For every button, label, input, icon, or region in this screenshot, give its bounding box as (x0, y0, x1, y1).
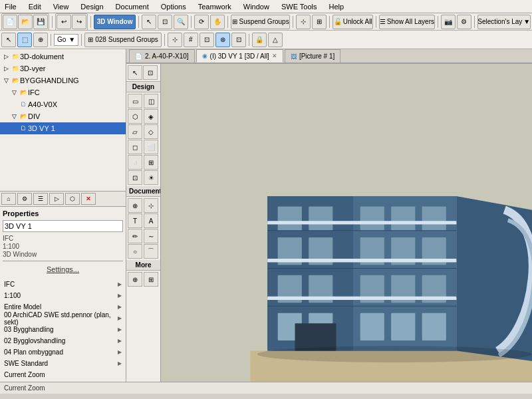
go-dropdown[interactable]: Go ▼ (54, 34, 78, 46)
zoom-btn[interactable]: 🔍 (174, 15, 188, 29)
tb2-btn3[interactable]: ⊕ (33, 33, 48, 47)
menu-file[interactable]: File (3, 1, 19, 12)
pan-btn[interactable]: ✋ (210, 15, 225, 29)
3dwindow-btn[interactable]: 3D Window (94, 15, 136, 29)
dtool-7[interactable]: ◻ (128, 140, 142, 154)
tree-item-a40v0x[interactable]: 🗋 A40-V0X (0, 98, 126, 110)
selection-btn[interactable]: Selection's Lay ▼ (477, 15, 531, 29)
menu-help[interactable]: Help (327, 1, 346, 12)
nav-settings-btn[interactable]: ⚙ (17, 193, 32, 205)
dtool-12[interactable]: ☀ (144, 170, 158, 185)
dtool-1[interactable]: ▭ (128, 94, 142, 108)
menu-options[interactable]: Options (159, 1, 188, 12)
dtool-8[interactable]: ⬜ (144, 140, 158, 154)
viewcat-plan[interactable]: 04 Plan ombyggnad ▶ (0, 346, 126, 358)
props-name-input[interactable] (3, 220, 123, 232)
design-section-title: Design (126, 82, 160, 92)
save-btn[interactable]: 💾 (33, 15, 48, 29)
dtool-4[interactable]: ◈ (144, 109, 158, 124)
moretool-2[interactable]: ⊞ (144, 272, 158, 287)
viewcat-pennor[interactable]: 00 ArchiCAD SWE std.pennor (plan, sekt) … (0, 313, 126, 324)
redo-btn[interactable]: ↪ (72, 15, 86, 29)
win-r1-3 (422, 313, 446, 340)
new-btn[interactable]: 📄 (3, 15, 17, 29)
menu-view[interactable]: View (51, 1, 71, 12)
unlock-btn[interactable]: 🔓 Unlock All (332, 15, 373, 29)
tool-marquee[interactable]: ⊡ (143, 65, 158, 80)
undo-btn[interactable]: ↩ (57, 15, 71, 29)
selection-label: Selection's Lay (477, 18, 522, 25)
doctool-2[interactable]: ⊹ (144, 198, 158, 213)
rotate-btn[interactable]: ⟳ (194, 15, 209, 29)
nav-add-btn[interactable]: ▷ (49, 193, 64, 205)
tree-item-3dvyer[interactable]: ▷ 📁 3D-vyer (0, 63, 126, 74)
tb2-snap5[interactable]: ⊡ (231, 33, 246, 47)
menu-document[interactable]: Document (114, 1, 151, 12)
viewcat-zoom[interactable]: Current Zoom (0, 369, 126, 380)
doctool-3[interactable]: T (128, 213, 142, 228)
viewcat-scale[interactable]: 1:100 ▶ (0, 290, 126, 301)
tree-item-3dvy1[interactable]: 🗋 3D VY 1 (0, 122, 126, 134)
tb2-lock1[interactable]: 🔒 (252, 33, 267, 47)
select-btn[interactable]: ↖ (142, 15, 156, 29)
tb2-snap2[interactable]: # (184, 33, 198, 47)
dtool-5[interactable]: ▱ (128, 124, 142, 139)
menu-edit[interactable]: Edit (27, 1, 43, 12)
open-btn[interactable]: 📂 (18, 15, 33, 29)
navigator-tree[interactable]: ▷ 📁 3D-dokument ▷ 📁 3D-vyer ▽ 📂 BYGGHAND… (0, 49, 126, 192)
viewcat-bygglov[interactable]: 02 Bygglovshandling ▶ (0, 335, 126, 346)
3d-viewport[interactable] (161, 64, 532, 382)
snap-btn[interactable]: ⊹ (296, 15, 311, 29)
suspend-groups-btn2[interactable]: ⊞ 028 Suspend Groups (84, 33, 162, 47)
tb2-btn2[interactable]: ⬚ (17, 33, 32, 47)
tree-item-bygghandling[interactable]: ▽ 📂 BYGGHANDLING (0, 74, 126, 86)
tb2-snap3[interactable]: ⊡ (200, 33, 214, 47)
props-settings-btn[interactable]: Settings... (3, 264, 123, 275)
doctool-1[interactable]: ⊕ (128, 198, 142, 213)
doctool-4[interactable]: A (144, 213, 158, 228)
dtool-2[interactable]: ◫ (144, 94, 158, 108)
menu-swetools[interactable]: SWE Tools (279, 1, 319, 12)
menu-design[interactable]: Design (78, 1, 105, 12)
tab-close-1[interactable]: ✕ (272, 53, 277, 59)
menu-window[interactable]: Window (241, 1, 271, 12)
tb2-btn1[interactable]: ↖ (1, 33, 16, 47)
render-btn[interactable]: ⚙ (457, 15, 471, 29)
marquee-btn[interactable]: ⊡ (158, 15, 172, 29)
tab-1[interactable]: ◉ (I) 3D VY 1 [3D / All] ✕ (196, 49, 283, 63)
tab-0[interactable]: 📄 2. A-40-P-X10] (129, 49, 195, 63)
doctool-7[interactable]: ○ (128, 244, 142, 259)
tree-item-3ddokument[interactable]: ▷ 📁 3D-dokument (0, 51, 126, 63)
viewcat-bygghandling[interactable]: 03 Bygghandling ▶ (0, 324, 126, 335)
camera-btn[interactable]: 📷 (441, 15, 456, 29)
dtool-11[interactable]: ⊡ (128, 170, 142, 185)
right-panel: 📄 2. A-40-P-X10] ◉ (I) 3D VY 1 [3D / All… (126, 49, 532, 382)
tab-2[interactable]: 🖼 [Picture # 1] (285, 49, 340, 63)
doctool-5[interactable]: ✏ (128, 229, 142, 243)
viewcat-ifc[interactable]: IFC ▶ (0, 279, 126, 290)
dtool-3[interactable]: ⬡ (128, 109, 142, 124)
nav-home-btn[interactable]: ⌂ (1, 193, 16, 205)
tree-item-div[interactable]: ▽ 📂 DIV (0, 110, 126, 122)
viewcat-swe[interactable]: SWE Standard ▶ (0, 358, 126, 369)
dtool-9[interactable]: ◽ (128, 155, 142, 170)
win-r1-2 (391, 313, 415, 340)
tb2-snap1[interactable]: ⊹ (168, 33, 182, 47)
nav-link-btn[interactable]: ⬡ (65, 193, 80, 205)
menu-teamwork[interactable]: Teamwork (196, 1, 233, 12)
doctool-6[interactable]: ∼ (144, 229, 158, 243)
tree-item-ifc[interactable]: ▽ 📂 IFC (0, 86, 126, 98)
nav-view-btn[interactable]: ☰ (33, 193, 48, 205)
doctool-8[interactable]: ⌒ (144, 244, 158, 259)
grid-btn[interactable]: ⊞ (312, 15, 327, 29)
moretool-1[interactable]: ⊕ (128, 272, 142, 287)
tb2-snap4[interactable]: ⊛ (215, 33, 230, 47)
dtool-10[interactable]: ⊞ (144, 155, 158, 170)
nav-close-btn[interactable]: ✕ (81, 193, 96, 205)
tool-select[interactable]: ↖ (128, 65, 142, 80)
unlock-icon: 🔓 (334, 18, 342, 25)
tb2-lock2[interactable]: △ (268, 33, 283, 47)
suspend-groups-btn[interactable]: ⊞ Suspend Groups (231, 15, 290, 29)
show-layers-btn[interactable]: ☰ Show All Layers (379, 15, 435, 29)
dtool-6[interactable]: ◇ (144, 124, 158, 139)
